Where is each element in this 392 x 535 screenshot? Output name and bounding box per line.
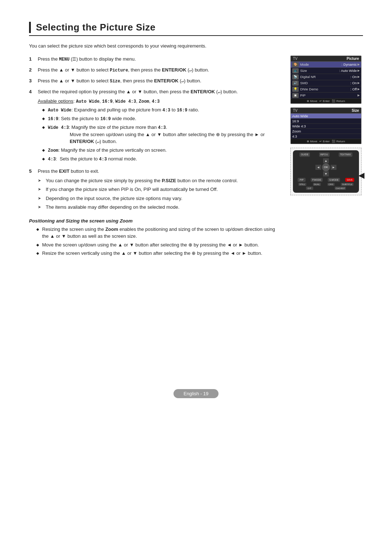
diagram2-section-label: Size xyxy=(352,109,359,113)
menu-row-dnie: 💡 DNIe Demo : Off ▶ xyxy=(291,86,361,93)
remote-info-btn: INFO⊙ xyxy=(319,152,330,157)
menu-icon-size: 📺 xyxy=(292,68,299,73)
remote-dual-btn: DUAL xyxy=(313,183,321,186)
auto-wide-label: Auto Wide xyxy=(48,108,72,113)
wide43-detail: Move the screen up/down using the ▲ or ▼… xyxy=(48,131,282,146)
menu-icon-mode: 🎨 xyxy=(292,62,299,67)
step-2-num: 2 xyxy=(29,66,35,74)
mode-name: Mode xyxy=(300,62,342,66)
step-1-content: Press the MENU (☰) button to display the… xyxy=(38,56,282,63)
page-title: Selecting the Picture Size xyxy=(29,22,363,33)
step-3: 3 Press the ▲ or ▼ button to select Size… xyxy=(29,77,282,85)
footer2-move: ⊕ Move xyxy=(307,140,317,143)
footer-badge: English - 19 xyxy=(173,389,219,398)
menu-row-mode: 🎨 Mode : Dynamic ▶ xyxy=(291,62,361,68)
main-layout: 1 Press the MENU (☰) button to display t… xyxy=(29,56,363,258)
step-1: 1 Press the MENU (☰) button to display t… xyxy=(29,56,282,63)
169-ref: 16:9 xyxy=(100,117,111,122)
remote-crs-btn: CRS xyxy=(327,183,335,186)
ratio-169: 16:9 xyxy=(177,108,187,113)
pip-arrow: ▶ xyxy=(358,94,360,97)
step-2: 2 Press the ▲ or ▼ button to select Pict… xyxy=(29,66,282,74)
wide43-label: Wide 4:3 xyxy=(48,125,69,130)
size-169-label: 16:9 xyxy=(292,119,299,123)
size-arrow: ▶ xyxy=(358,69,360,72)
diagram2-tv-label: TV xyxy=(293,109,298,113)
diagram1-footer: ⊕ Move ↵ Enter ⬛ Return xyxy=(291,99,361,103)
remote-nav-area: ▲ ◄ OK ► ▼ xyxy=(295,158,357,176)
diagrams-column: TV Picture 🎨 Mode : Dynamic ▶ 📺 Size : A… xyxy=(290,56,363,258)
menu-icon-dnr: 📡 xyxy=(292,74,299,79)
remote-row3: STILL DUAL CRS SUBTITLE xyxy=(295,183,357,186)
footer-return: ⬛ Return xyxy=(332,99,345,103)
diagram1-tv-label: TV xyxy=(293,57,298,61)
size-label: Size xyxy=(110,79,120,84)
enter-icon-wide43: ↵ xyxy=(97,139,99,144)
arrow-pip: If you change the picture size when PIP … xyxy=(38,186,282,193)
diagram1-header: TV Picture xyxy=(291,56,361,62)
remote-oit-btn: ⊙IT xyxy=(306,187,313,190)
menu-row-dnr: 📡 Digital NR : On ▶ xyxy=(291,74,361,80)
size-row-43: 4:3 xyxy=(291,134,361,139)
dnie-name: DNIe Demo xyxy=(300,87,350,91)
remote-ok-btn: OK xyxy=(322,163,330,171)
zoom-bullets: Resizing the screen using the Zoom enabl… xyxy=(29,226,282,257)
menu-row-smd: 🔊 SMD : On ▶ xyxy=(291,80,361,86)
smd-name: SMD xyxy=(300,81,350,85)
remote-up-area: ▲ xyxy=(315,158,336,163)
option-169: 16:9 xyxy=(102,99,113,104)
size-row-autowide: Auto Wide xyxy=(291,114,361,119)
enter-ok-label-4: ENTER/OK xyxy=(191,89,215,94)
step-4: 4 Select the required option by pressing… xyxy=(29,88,282,164)
bullet-wide43: Wide 4:3: Magnify the size of the pictur… xyxy=(42,124,282,146)
remote-still-btn: STILL xyxy=(298,183,306,186)
step-5-arrows: You can change the picture size simply b… xyxy=(38,177,282,211)
menu-icon-pip: ▣ xyxy=(292,93,299,98)
remote-bottom: ⊙IT CH⊙RST xyxy=(295,187,357,190)
picture-label: Picture xyxy=(110,68,128,73)
option-wide43: Wide 4:3 xyxy=(115,99,136,104)
diagram1-section-label: Picture xyxy=(347,57,359,61)
size-row-wide43: Wide 4:3 xyxy=(291,124,361,129)
footer-enter: ↵ Enter xyxy=(319,99,330,103)
dnr-name: Digital NR xyxy=(300,75,350,79)
bullet-zoom: Zoom: Magnify the size of the picture ve… xyxy=(42,147,282,154)
step-4-text: Select the required option by pressing t… xyxy=(38,88,282,95)
size-row-169: 16:9 xyxy=(291,119,361,124)
step-5-content: Press the EXIT button to exit. You can c… xyxy=(38,168,282,213)
enter-icon-4: ↵ xyxy=(218,90,220,95)
mode-value: : Dynamic xyxy=(342,62,357,66)
remote-mid-area: ◄ OK ► xyxy=(315,163,336,171)
page-footer: English - 19 xyxy=(29,389,363,398)
remote-right-btn: ► xyxy=(331,165,336,170)
remote-subtitle-btn: SUBTITLE xyxy=(341,183,354,186)
step-4-num: 4 xyxy=(29,88,35,164)
size-row-zoom: Zoom xyxy=(291,129,361,134)
step-3-num: 3 xyxy=(29,77,35,85)
intro-text: You can select the picture size which be… xyxy=(29,42,363,50)
available-options-label: Available options xyxy=(38,98,73,104)
dnie-value: : Off xyxy=(350,87,357,91)
smd-value: : On xyxy=(350,81,357,85)
zoom-bullet-1: Resizing the screen using the Zoom enabl… xyxy=(36,226,282,240)
arrow-psize: You can change the picture size simply b… xyxy=(38,177,282,184)
menu-row-size: 📺 Size : Auto Wide ▶ xyxy=(291,68,361,74)
size-name: Size xyxy=(300,69,339,73)
menu-label: MENU xyxy=(59,57,70,62)
43-label: 4:3 xyxy=(48,157,56,162)
enter-ok-label-3: ENTER/OK xyxy=(154,78,178,83)
enter-icon-3: ↵ xyxy=(181,79,184,84)
pip-name: PiP xyxy=(300,93,357,97)
diagram2-footer: ⊕ Move ↵ Enter ⬛ Return xyxy=(291,139,361,144)
options-list: Auto Wide xyxy=(76,99,99,104)
remote-left-btn: ◄ xyxy=(315,165,321,170)
step-5: 5 Press the EXIT button to exit. You can… xyxy=(29,168,282,213)
enter-icon-2: ↵ xyxy=(189,68,192,73)
menu-icon-dnie: 💡 xyxy=(292,87,299,92)
exit-label: EXIT xyxy=(59,168,70,174)
footer-move: ⊕ Move xyxy=(307,99,317,103)
remote-diagram: GUIDE INFO⊙ TEXT/MIX ▲ ◄ OK ► xyxy=(290,148,362,195)
mode-arrow: ▶ xyxy=(358,63,360,66)
remote-pip-btn: PIP xyxy=(298,178,306,182)
step-1-num: 1 xyxy=(29,56,35,63)
